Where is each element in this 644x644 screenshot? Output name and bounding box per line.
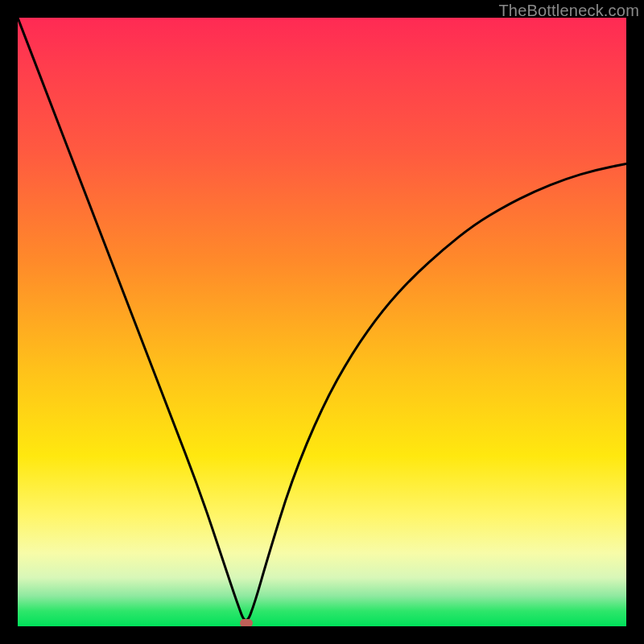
chart-background-gradient [18,18,626,626]
optimal-point-marker [240,619,253,626]
chart-frame [18,18,626,626]
